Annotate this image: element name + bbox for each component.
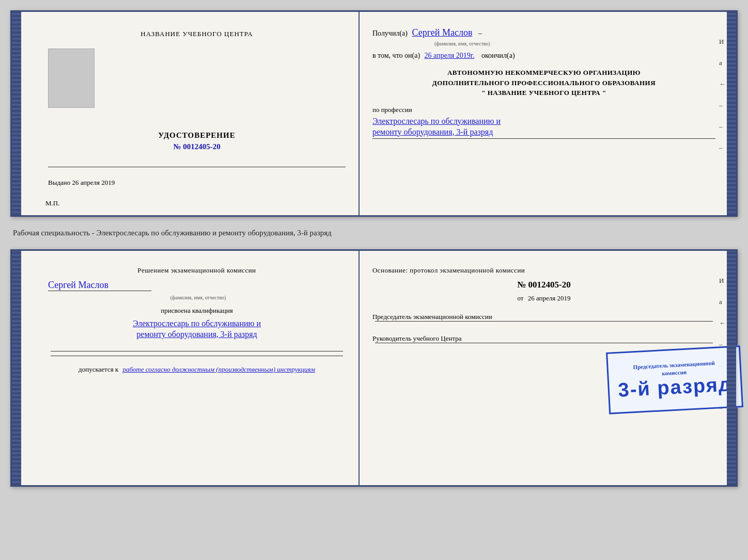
poluchil-prefix: Получил(а) <box>372 29 408 37</box>
udostoverenie-label: УДОСТОВЕРЕНИЕ <box>158 131 236 140</box>
po-professii-label: по профессии <box>372 106 715 114</box>
top-certificate-book: НАЗВАНИЕ УЧЕБНОГО ЦЕНТРА УДОСТОВЕРЕНИЕ №… <box>10 10 738 217</box>
qualification-stamp: Председатель экзаменационной комиссии 3-… <box>606 345 743 414</box>
poluchil-name: Сергей Маслов <box>412 27 472 38</box>
letter-i: И <box>719 38 726 46</box>
sign-line-2 <box>51 356 343 356</box>
okoncil-label: окончил(а) <box>481 52 515 59</box>
sign-row-1 <box>48 351 346 351</box>
school-name-top: НАЗВАНИЕ УЧЕБНОГО ЦЕНТРА <box>141 30 253 38</box>
ot-label: от <box>517 294 523 302</box>
bottom-person-name: Сергей Маслов <box>48 280 151 291</box>
letter-dash1: – <box>719 101 726 109</box>
letter-dash2: – <box>719 122 726 131</box>
top-cert-right-inner: Получил(а) Сергей Маслов – (фамилия, имя… <box>372 27 715 210</box>
top-cert-left-page: НАЗВАНИЕ УЧЕБНОГО ЦЕНТРА УДОСТОВЕРЕНИЕ №… <box>12 12 360 215</box>
dopuskaetsya-line: допускается к работе согласно должностны… <box>79 365 315 374</box>
bottom-certificate-book: Решением экзаменационной комиссии Сергей… <box>10 249 738 487</box>
rukovoditel-block: Руководитель учебного Центра <box>372 334 715 343</box>
org-line1: АВТОНОМНУЮ НЕКОММЕРЧЕСКУЮ ОРГАНИЗАЦИЮ <box>372 68 715 78</box>
kvalif-line1: Электрослесарь по обслуживанию и <box>133 319 261 328</box>
cert-number-top: № 0012405-20 <box>173 142 220 151</box>
poluchil-line: Получил(а) Сергей Маслов – <box>372 27 715 38</box>
sign-line-1 <box>51 351 343 351</box>
org-line2: ДОПОЛНИТЕЛЬНОГО ПРОФЕССИОНАЛЬНОГО ОБРАЗО… <box>372 78 715 88</box>
vydano-date: 26 апреля 2019 <box>72 179 115 186</box>
top-cert-left-inner: НАЗВАНИЕ УЧЕБНОГО ЦЕНТРА УДОСТОВЕРЕНИЕ №… <box>48 22 346 205</box>
bottom-cert-left-page: Решением экзаменационной комиссии Сергей… <box>12 251 360 485</box>
bottom-letter-a: а <box>719 298 726 306</box>
dash-top: – <box>478 29 482 37</box>
between-text: Рабочая специальность - Электрослесарь п… <box>10 229 738 237</box>
bottom-letter-arrow: ← <box>719 319 726 327</box>
fio-label-bottom: (фамилия, имя, отчество) <box>168 295 226 300</box>
fio-label-top: (фамилия, имя, отчество) <box>434 41 715 46</box>
resheniem-label: Решением экзаменационной комиссии <box>48 266 346 275</box>
vydano-label: Выдано <box>48 179 70 186</box>
predsedatel-label: Председатель экзаменационной комиссии <box>372 313 715 321</box>
vydano-line: Выдано 26 апреля 2019 <box>48 179 115 186</box>
udostoverenie-block: УДОСТОВЕРЕНИЕ № 0012405-20 <box>48 131 346 162</box>
prisvoena-label: присвоена квалификация <box>161 307 232 315</box>
letter-dash3: – <box>719 143 726 152</box>
predsedatel-sign-line <box>375 321 713 322</box>
vtom-date: 26 апреля 2019г. <box>425 52 475 59</box>
predsedatel-block: Председатель экзаменационной комиссии <box>372 313 715 322</box>
divider-1 <box>48 167 346 167</box>
ot-date-bottom: от 26 апреля 2019 <box>372 294 715 302</box>
letter-a: а <box>719 59 726 67</box>
sign-row-2 <box>48 356 346 356</box>
rukovoditel-sign-line <box>375 343 713 343</box>
profession-line1: Электрослесарь по обслуживанию и <box>372 117 715 126</box>
mp-label: М.П. <box>45 199 59 207</box>
kvalif-line2: ремонту оборудования, 3-й разряд <box>136 330 257 339</box>
photo-placeholder <box>48 49 95 108</box>
osnovanie-label: Основание: протокол экзаменационной коми… <box>372 266 715 275</box>
sign-lines <box>48 351 346 360</box>
right-side-letters: И а ← – – – <box>719 38 726 152</box>
bottom-cert-left-inner: Решением экзаменационной комиссии Сергей… <box>48 261 346 475</box>
page-container: НАЗВАНИЕ УЧЕБНОГО ЦЕНТРА УДОСТОВЕРЕНИЕ №… <box>10 10 738 487</box>
ot-date-value: 26 апреля 2019 <box>528 294 571 302</box>
protocol-number: № 0012405-20 <box>372 280 715 290</box>
dopusk-cursive: работе согласно должностным (производств… <box>122 365 315 373</box>
org-block: АВТОНОМНУЮ НЕКОММЕРЧЕСКУЮ ОРГАНИЗАЦИЮ ДО… <box>372 68 715 98</box>
bottom-cert-right-page: Основание: протокол экзаменационной коми… <box>360 251 736 485</box>
top-cert-right-page: Получил(а) Сергей Маслов – (фамилия, имя… <box>360 12 736 215</box>
letter-arrow: ← <box>719 80 726 88</box>
vtom-line: в том, что он(а) 26 апреля 2019г. окончи… <box>372 52 715 60</box>
profession-line2: ремонту оборудования, 3-й разряд <box>372 127 715 139</box>
rukovoditel-label: Руководитель учебного Центра <box>372 334 715 343</box>
bottom-letter-i: И <box>719 277 726 285</box>
dopuskaetsya-prefix: допускается к <box>79 365 118 373</box>
org-line3: " НАЗВАНИЕ УЧЕБНОГО ЦЕНТРА " <box>372 88 715 98</box>
vtom-prefix: в том, что он(а) <box>372 52 420 59</box>
